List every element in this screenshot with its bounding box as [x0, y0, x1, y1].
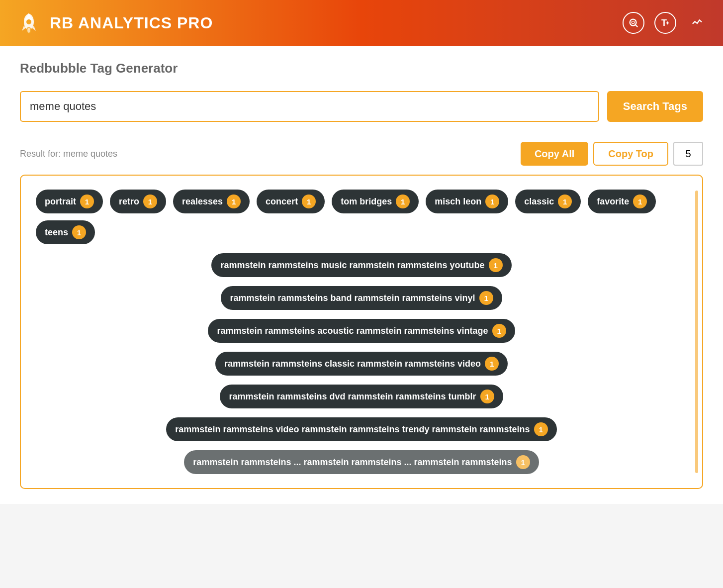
tag-misch-leon[interactable]: misch leon 1: [426, 190, 508, 213]
tag-text: rammstein rammsteins music rammstein ram…: [220, 260, 484, 271]
tag-text: classic: [524, 196, 554, 207]
tag-text: misch leon: [435, 196, 481, 207]
tag-count: 1: [479, 291, 493, 305]
app-title: RB ANALYTICS PRO: [50, 14, 213, 32]
tag-favorite[interactable]: favorite 1: [588, 190, 656, 213]
tag-text: teens: [45, 227, 68, 238]
tag-rammstein-youtube[interactable]: rammstein rammsteins music rammstein ram…: [211, 253, 511, 277]
tag-classic[interactable]: classic 1: [515, 190, 581, 213]
tag-text: realesses: [182, 196, 223, 207]
tag-rammstein-partial[interactable]: rammstein rammsteins ... rammstein ramms…: [184, 450, 539, 474]
tag-count: 1: [558, 195, 572, 208]
header-branding: RB ANALYTICS PRO: [15, 9, 213, 37]
tag-rammstein-video[interactable]: rammstein rammsteins classic rammstein r…: [215, 352, 508, 376]
tag-count: 1: [227, 195, 241, 208]
tag-count: 1: [396, 195, 410, 208]
tag-count: 1: [80, 195, 94, 208]
tag-count: 1: [516, 455, 530, 469]
search-area: Search Tags: [20, 91, 703, 122]
tag-text: rammstein rammsteins video rammstein ram…: [175, 424, 530, 435]
tag-text: rammstein rammsteins acoustic rammstein …: [217, 326, 488, 336]
tag-retro[interactable]: retro 1: [110, 190, 166, 213]
search-nav-button[interactable]: [623, 12, 644, 34]
tag-realesses[interactable]: realesses 1: [173, 190, 250, 213]
copy-top-input[interactable]: [673, 142, 703, 166]
svg-point-6: [27, 28, 30, 33]
wide-tag-row-2: rammstein rammsteins band rammstein ramm…: [36, 286, 687, 310]
tag-text: concert: [266, 196, 298, 207]
search-tags-button[interactable]: Search Tags: [607, 91, 703, 122]
wide-tag-row-7: rammstein rammsteins ... rammstein ramms…: [36, 450, 687, 474]
tag-count: 1: [485, 195, 499, 208]
tag-text: rammstein rammsteins band rammstein ramm…: [230, 293, 475, 303]
tag-text: rammstein rammsteins dvd rammstein ramms…: [229, 392, 476, 402]
wide-tag-row-1: rammstein rammsteins music rammstein ram…: [36, 253, 687, 277]
tag-concert[interactable]: concert 1: [257, 190, 325, 213]
svg-point-2: [26, 19, 31, 24]
tag-count: 1: [492, 324, 506, 338]
tag-text: retro: [119, 196, 139, 207]
tags-container: portrait 1 retro 1 realesses 1 concert 1…: [20, 175, 703, 489]
main-content: Redbubble Tag Generator Search Tags Resu…: [0, 46, 723, 504]
tag-count: 1: [534, 422, 548, 436]
svg-line-8: [635, 25, 637, 27]
tag-text: portrait: [45, 196, 76, 207]
tag-rammstein-trendy[interactable]: rammstein rammsteins video rammstein ram…: [166, 417, 556, 441]
result-label: Result for: meme quotes: [20, 149, 117, 159]
tag-text: tom bridges: [341, 196, 392, 207]
tag-count: 1: [72, 225, 86, 239]
text-ai-button[interactable]: T ✦: [654, 12, 676, 34]
wide-tag-row-5: rammstein rammsteins dvd rammstein ramms…: [36, 385, 687, 408]
tag-count: 1: [633, 195, 647, 208]
wide-tag-row-3: rammstein rammsteins acoustic rammstein …: [36, 319, 687, 343]
tag-count: 1: [302, 195, 316, 208]
tag-teens[interactable]: teens 1: [36, 220, 95, 244]
svg-point-9: [632, 21, 634, 24]
tag-count: 1: [480, 390, 494, 403]
tag-text: rammstein rammsteins ... rammstein ramms…: [193, 457, 512, 468]
tag-text: favorite: [597, 196, 629, 207]
tag-rammstein-tumblr[interactable]: rammstein rammsteins dvd rammstein ramms…: [220, 385, 503, 408]
header-actions: T ✦: [623, 12, 708, 34]
copy-top-button[interactable]: Copy Top: [593, 142, 668, 166]
analytics-button[interactable]: [686, 12, 708, 34]
tag-rammstein-vinyl[interactable]: rammstein rammsteins band rammstein ramm…: [221, 286, 502, 310]
page-title: Redbubble Tag Generator: [20, 61, 703, 76]
search-input[interactable]: [20, 91, 599, 122]
svg-point-7: [630, 19, 636, 26]
copy-all-button[interactable]: Copy All: [521, 142, 588, 166]
wide-tag-row-6: rammstein rammsteins video rammstein ram…: [36, 417, 687, 441]
app-header: RB ANALYTICS PRO T ✦: [0, 0, 723, 46]
tags-wrapper: portrait 1 retro 1 realesses 1 concert 1…: [36, 190, 687, 474]
wide-tag-row-4: rammstein rammsteins classic rammstein r…: [36, 352, 687, 376]
tag-text: rammstein rammsteins classic rammstein r…: [224, 359, 481, 369]
tag-tom-bridges[interactable]: tom bridges 1: [332, 190, 419, 213]
tag-portrait[interactable]: portrait 1: [36, 190, 103, 213]
tag-count: 1: [489, 258, 503, 272]
results-header: Result for: meme quotes Copy All Copy To…: [20, 142, 703, 166]
app-logo: [15, 9, 43, 37]
tag-rammstein-vintage[interactable]: rammstein rammsteins acoustic rammstein …: [208, 319, 515, 343]
tag-count: 1: [143, 195, 157, 208]
tag-count: 1: [485, 357, 499, 371]
copy-buttons-area: Copy All Copy Top: [521, 142, 703, 166]
